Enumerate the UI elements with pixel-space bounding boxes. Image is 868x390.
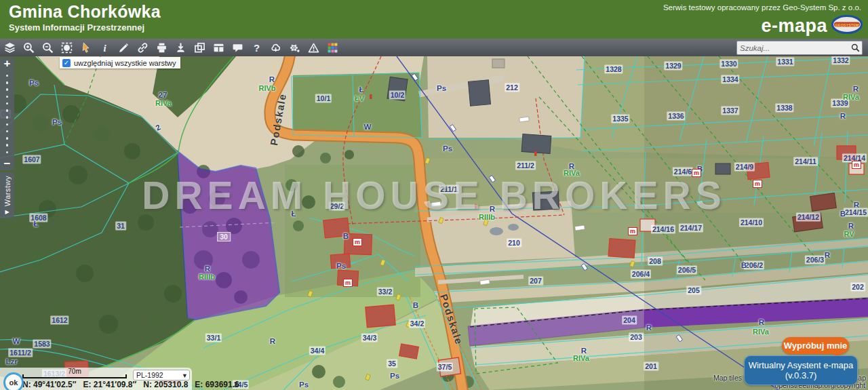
projection-select[interactable]: PL-1992 ▾ xyxy=(133,370,190,381)
map-label: R xyxy=(848,222,854,230)
zoom-level-dot[interactable] xyxy=(6,144,9,147)
map-label: 206/5 xyxy=(677,266,697,275)
search-input[interactable] xyxy=(737,44,848,52)
help-icon[interactable]: ? xyxy=(251,42,262,54)
map-label: RIVa xyxy=(573,354,589,362)
map-label: m xyxy=(753,180,762,188)
layers-icon[interactable] xyxy=(4,42,16,54)
zoom-in-button[interactable]: + xyxy=(4,58,11,70)
map-label: 1334 xyxy=(721,75,739,84)
print-icon[interactable] xyxy=(156,42,167,54)
cloud-download-icon[interactable] xyxy=(270,42,281,54)
zoom-level-dot[interactable] xyxy=(6,123,9,126)
zoom-level-dot[interactable] xyxy=(6,96,9,98)
chevron-down-icon: ▾ xyxy=(183,371,186,379)
measure-icon[interactable] xyxy=(118,42,130,54)
map-label: 210 xyxy=(507,239,521,248)
map-label: 206/3 xyxy=(805,256,825,265)
map-label: 214/11 xyxy=(793,157,818,166)
legend-palette-icon[interactable] xyxy=(327,42,338,54)
layers-filter-panel: ✓ uwzględniaj wszystkie warstwy xyxy=(60,57,180,69)
page-title: Gmina Chorkówka xyxy=(9,2,161,22)
settings-icon[interactable] xyxy=(289,42,300,54)
map-label: Podskale xyxy=(438,292,465,346)
map-label: 208 xyxy=(648,257,663,266)
map-labels-layer: 0616071608311611/2158316121613/233/134/5… xyxy=(0,56,868,390)
map-label: 211/2 xyxy=(515,161,536,170)
zoom-level-dots[interactable] xyxy=(6,70,9,158)
identify-info-icon[interactable]: i xyxy=(99,42,111,54)
map-label: m xyxy=(852,161,861,169)
map-label: R xyxy=(854,201,859,209)
search-icon[interactable] xyxy=(848,43,863,52)
svg-text:?: ? xyxy=(254,42,260,53)
map-label: 33/1 xyxy=(205,334,222,343)
map-label: RIVa xyxy=(843,93,859,101)
zoom-level-dot[interactable] xyxy=(6,81,9,84)
map-label: 1612 xyxy=(50,316,68,325)
zoom-out-icon[interactable] xyxy=(42,42,54,54)
zoom-level-dot[interactable] xyxy=(6,75,9,77)
layers-panel-tab[interactable]: Warstwy ▶ xyxy=(0,172,14,218)
map-label: 35 xyxy=(387,359,397,368)
brand-text: e-mapa xyxy=(761,16,827,37)
toolbar: i ? xyxy=(0,39,868,56)
zoom-level-dot[interactable] xyxy=(6,116,9,119)
map-viewport[interactable]: 0616071608311611/2158316121613/233/134/5… xyxy=(0,56,868,390)
map-label: 203 xyxy=(629,333,644,342)
map-label: 207 xyxy=(528,277,543,286)
map-label: B xyxy=(413,301,418,309)
zoom-level-dot[interactable] xyxy=(6,130,9,133)
map-label: ŁV xyxy=(355,94,364,102)
map-label: Ł xyxy=(33,220,38,228)
map-label: 1611/2 xyxy=(8,349,33,357)
checkbox-include-all-layers[interactable]: ✓ xyxy=(62,59,71,67)
select-area-icon[interactable] xyxy=(61,42,73,54)
map-label: R xyxy=(759,318,764,326)
page-subtitle: System Informacji Przestrzennej xyxy=(9,22,144,33)
scale-label: 70m xyxy=(22,368,127,374)
map-label: 10/1 xyxy=(315,94,332,103)
zoom-level-dot[interactable] xyxy=(6,137,9,140)
zoom-level-dot[interactable] xyxy=(6,102,9,105)
map-label: 34/4 xyxy=(309,347,326,355)
map-label: 30 xyxy=(217,232,231,241)
map-label: R xyxy=(646,324,652,332)
projection-value: PL-1992 xyxy=(136,371,163,379)
comment-icon[interactable] xyxy=(232,42,243,54)
map-label: Ps xyxy=(437,84,446,92)
map-label: B xyxy=(741,261,747,269)
map-label: R xyxy=(853,85,859,93)
map-label: R xyxy=(269,75,275,83)
report-error-icon[interactable] xyxy=(308,42,319,54)
map-label: 206/2 xyxy=(744,261,764,270)
link-icon[interactable] xyxy=(137,42,149,54)
zoom-slider: + − xyxy=(0,58,14,170)
map-label: 1329 xyxy=(664,62,682,71)
assistant-try-button[interactable]: Wypróbuj mnie xyxy=(782,337,849,354)
layers-tab-label: Warstwy xyxy=(3,176,12,206)
zoom-level-dot[interactable] xyxy=(6,88,9,91)
map-label: 31 xyxy=(115,222,126,231)
brand: e-mapa GEOSYSTEM xyxy=(761,15,863,37)
map-label: Ps xyxy=(52,118,62,126)
e-mapa-app: Gmina Chorkówka System Informacji Przest… xyxy=(0,0,868,390)
map-label: 205 xyxy=(686,286,701,295)
copy-window-icon[interactable] xyxy=(194,42,205,54)
zoom-level-dot[interactable] xyxy=(6,151,9,154)
zoom-in-icon[interactable] xyxy=(23,42,35,54)
map-label: RIVa xyxy=(753,328,769,336)
map-label: RIVa xyxy=(155,99,172,107)
split-layout-icon[interactable] xyxy=(213,42,224,54)
ok-badge[interactable]: ok xyxy=(3,372,24,390)
pointer-icon[interactable] xyxy=(80,42,92,54)
search-box xyxy=(736,41,863,55)
map-label: R xyxy=(825,251,830,259)
zoom-out-button[interactable]: − xyxy=(4,158,11,170)
download-icon[interactable] xyxy=(175,42,186,54)
map-label: Ps xyxy=(443,144,452,153)
assistant-panel[interactable]: Wirtualny Asystent e-mapa (v.0.3.7) xyxy=(744,355,858,385)
map-label: 27 xyxy=(159,91,167,99)
zoom-level-dot[interactable] xyxy=(6,109,9,112)
map-label: m xyxy=(353,238,362,246)
